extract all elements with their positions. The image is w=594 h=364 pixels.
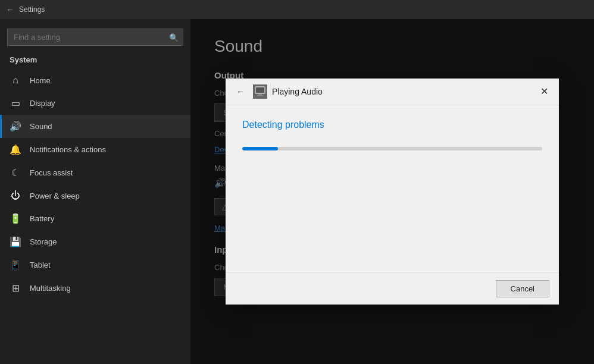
dialog-title-bar: ← Playing Audio ✕ [226, 79, 559, 105]
sidebar-item-label-storage: Storage [30, 237, 57, 246]
notifications-icon: 🔔 [10, 144, 21, 155]
cancel-button[interactable]: Cancel [496, 280, 549, 297]
svg-rect-1 [258, 94, 262, 95]
sidebar-item-home[interactable]: ⌂ Home [0, 69, 190, 92]
sidebar-item-display[interactable]: ▭ Display [0, 92, 190, 115]
sidebar-item-label-display: Display [30, 99, 55, 108]
title-bar-title: Settings [19, 5, 45, 14]
progress-bar [242, 147, 278, 150]
sidebar-item-battery[interactable]: 🔋 Battery [0, 207, 190, 230]
sidebar-item-label-home: Home [30, 76, 51, 85]
search-container: 🔍 [7, 29, 183, 46]
sidebar-item-sound[interactable]: 🔊 Sound [0, 115, 190, 138]
dialog-footer: Cancel [226, 272, 559, 305]
sidebar-section-label: System [0, 53, 190, 69]
main-layout: 🔍 System ⌂ Home ▭ Display 🔊 Sound 🔔 Noti… [0, 19, 594, 364]
dialog-title-text: Playing Audio [272, 87, 323, 96]
sidebar-item-notifications[interactable]: 🔔 Notifications & actions [0, 138, 190, 161]
sidebar: 🔍 System ⌂ Home ▭ Display 🔊 Sound 🔔 Noti… [0, 19, 190, 364]
title-bar-back-button[interactable]: ← [6, 5, 14, 14]
tablet-icon: 📱 [10, 259, 21, 271]
sidebar-item-label-focus: Focus assist [30, 168, 73, 177]
sidebar-item-label-multitasking: Multitasking [30, 284, 71, 293]
sidebar-item-label-sound: Sound [30, 122, 52, 131]
sidebar-item-multitasking[interactable]: ⊞ Multitasking [0, 277, 190, 300]
sidebar-item-focus[interactable]: ☾ Focus assist [0, 161, 190, 184]
dialog-content: Detecting problems [226, 105, 559, 272]
dialog-monitor-icon [253, 84, 267, 99]
sidebar-item-label-notifications: Notifications & actions [30, 145, 106, 154]
home-icon: ⌂ [10, 75, 21, 86]
sidebar-item-tablet[interactable]: 📱 Tablet [0, 253, 190, 277]
title-bar: ← Settings [0, 0, 594, 19]
dialog-close-button[interactable]: ✕ [537, 86, 552, 98]
sidebar-item-label-battery: Battery [30, 214, 54, 223]
search-icon: 🔍 [169, 33, 179, 42]
troubleshoot-dialog: ← Playing Audio ✕ Detecting pro [226, 79, 559, 305]
dialog-overlay: ← Playing Audio ✕ Detecting pro [190, 19, 594, 364]
sidebar-item-label-tablet: Tablet [30, 261, 51, 269]
multitasking-icon: ⊞ [10, 283, 21, 294]
svg-rect-2 [257, 95, 263, 96]
dialog-back-button[interactable]: ← [233, 86, 248, 98]
sound-icon: 🔊 [10, 121, 21, 132]
search-input[interactable] [7, 29, 183, 46]
power-icon: ⏻ [10, 190, 21, 201]
battery-icon: 🔋 [10, 213, 21, 224]
storage-icon: 💾 [10, 236, 21, 247]
display-icon: ▭ [10, 98, 21, 109]
sidebar-item-power[interactable]: ⏻ Power & sleep [0, 184, 190, 207]
dialog-status-text: Detecting problems [242, 120, 542, 130]
sidebar-item-label-power: Power & sleep [30, 192, 80, 200]
focus-icon: ☾ [10, 167, 21, 178]
svg-rect-0 [255, 87, 265, 93]
sidebar-item-storage[interactable]: 💾 Storage [0, 230, 190, 253]
progress-container [242, 147, 542, 150]
dialog-title-left: ← Playing Audio [233, 84, 323, 99]
content-area: Sound Output Choose y Speake Certain a s… [190, 19, 594, 364]
